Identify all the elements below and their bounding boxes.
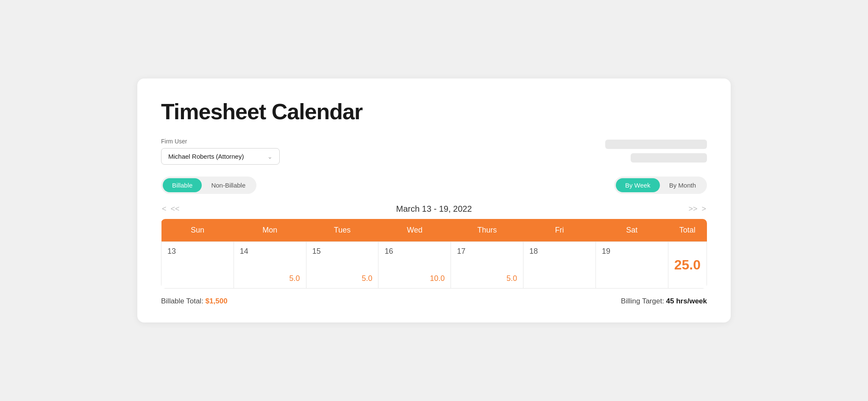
non-billable-button[interactable]: Non-Billable <box>202 178 255 192</box>
controls-row: Billable Non-Billable By Week By Month <box>161 177 707 194</box>
date-19: 19 <box>602 247 662 256</box>
hours-15: 5.0 <box>362 274 372 283</box>
col-tues: Tues <box>306 219 378 242</box>
calendar-row: 13 14 5.0 15 5.0 16 10.0 17 5.0 <box>161 242 707 289</box>
hours-14: 5.0 <box>289 274 300 283</box>
date-16: 16 <box>384 247 445 256</box>
footer-row: Billable Total: $1,500 Billing Target: 4… <box>161 297 707 306</box>
billable-toggle-group: Billable Non-Billable <box>161 177 256 194</box>
date-14: 14 <box>240 247 300 256</box>
firm-user-value: Michael Roberts (Attorney) <box>168 153 244 160</box>
date-15: 15 <box>312 247 373 256</box>
col-sun: Sun <box>161 219 234 242</box>
placeholder-bar-2 <box>631 153 707 163</box>
firm-user-select[interactable]: Michael Roberts (Attorney) ⌄ <box>161 148 280 165</box>
chevron-down-icon: ⌄ <box>267 153 273 160</box>
firm-user-label: Firm User <box>161 138 280 145</box>
placeholder-bar-1 <box>605 140 707 149</box>
hours-16: 10.0 <box>430 274 445 283</box>
nav-row: < << March 13 - 19, 2022 >> > <box>161 204 707 214</box>
main-card: Timesheet Calendar Firm User Michael Rob… <box>137 79 731 322</box>
by-week-button[interactable]: By Week <box>616 178 660 192</box>
billable-amount: $1,500 <box>206 297 228 305</box>
col-thurs: Thurs <box>451 219 523 242</box>
billable-button[interactable]: Billable <box>163 178 202 192</box>
col-sat: Sat <box>595 219 668 242</box>
by-month-button[interactable]: By Month <box>660 178 705 192</box>
calendar-table: Sun Mon Tues Wed Thurs Fri Sat Total 13 … <box>161 219 707 289</box>
next-near-arrow[interactable]: >> <box>687 205 698 213</box>
col-fri: Fri <box>523 219 596 242</box>
billable-total-label: Billable Total: <box>161 297 203 305</box>
nav-left[interactable]: < << <box>161 205 181 213</box>
calendar-body: 13 14 5.0 15 5.0 16 10.0 17 5.0 <box>161 242 707 289</box>
date-18: 18 <box>529 247 590 256</box>
day-sat[interactable]: 19 <box>595 242 668 289</box>
total-hours: 25.0 <box>674 257 701 272</box>
page-title: Timesheet Calendar <box>161 99 707 124</box>
nav-right[interactable]: >> > <box>687 205 707 213</box>
top-section: Firm User Michael Roberts (Attorney) ⌄ <box>161 138 707 165</box>
prev-far-arrow[interactable]: < <box>161 205 167 213</box>
day-wed[interactable]: 16 10.0 <box>378 242 451 289</box>
col-total: Total <box>668 219 707 242</box>
date-13: 13 <box>167 247 228 256</box>
day-mon[interactable]: 14 5.0 <box>234 242 306 289</box>
col-mon: Mon <box>234 219 306 242</box>
billable-total: Billable Total: $1,500 <box>161 297 228 306</box>
firm-user-block: Firm User Michael Roberts (Attorney) ⌄ <box>161 138 280 165</box>
billing-target: Billing Target: 45 hrs/week <box>621 297 707 306</box>
total-cell: 25.0 <box>668 242 707 289</box>
header-row: Sun Mon Tues Wed Thurs Fri Sat Total <box>161 219 707 242</box>
date-range: March 13 - 19, 2022 <box>396 204 472 214</box>
billing-target-label: Billing Target: <box>621 297 664 305</box>
hours-17: 5.0 <box>506 274 517 283</box>
calendar-header: Sun Mon Tues Wed Thurs Fri Sat Total <box>161 219 707 242</box>
prev-near-arrow[interactable]: << <box>170 205 181 213</box>
date-17: 17 <box>457 247 517 256</box>
col-wed: Wed <box>378 219 451 242</box>
day-sun[interactable]: 13 <box>161 242 234 289</box>
top-right-placeholders <box>605 138 707 163</box>
billing-target-value: 45 hrs/week <box>666 297 707 305</box>
day-thurs[interactable]: 17 5.0 <box>451 242 523 289</box>
day-fri[interactable]: 18 <box>523 242 596 289</box>
day-tues[interactable]: 15 5.0 <box>306 242 378 289</box>
next-far-arrow[interactable]: > <box>701 205 707 213</box>
view-toggle-group: By Week By Month <box>614 177 707 194</box>
